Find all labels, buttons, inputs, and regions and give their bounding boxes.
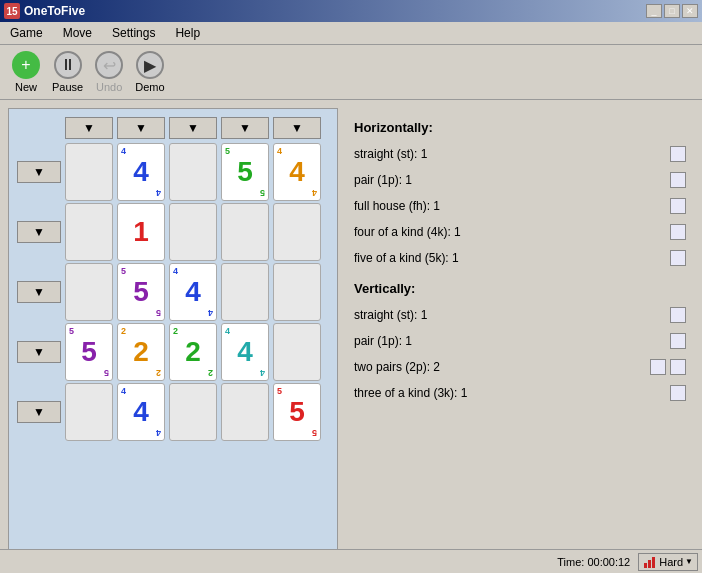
game-rows: ▼444555444▼1▼555444▼555222222444▼444555 [17,143,329,441]
menu-settings[interactable]: Settings [106,24,161,42]
card-3-0[interactable]: 555 [65,323,113,381]
score-label-v0: straight (st): 1 [354,308,666,322]
demo-button[interactable]: ▶ Demo [131,49,168,95]
score-label-h2: full house (fh): 1 [354,199,666,213]
app-icon: 15 [4,3,20,19]
col-header-4[interactable]: ▼ [273,117,321,139]
score-label-v2: two pairs (2p): 2 [354,360,646,374]
row-header-3[interactable]: ▼ [17,341,61,363]
game-row-0: ▼444555444 [17,143,329,201]
score-checkbox-v3[interactable] [670,385,686,401]
score-checkbox-v0[interactable] [670,307,686,323]
row-header-0[interactable]: ▼ [17,161,61,183]
score-row-v2: two pairs (2p): 2 [354,356,686,378]
time-value: 00:00:12 [587,556,630,568]
score-checkbox-h1[interactable] [670,172,686,188]
score-row-v0: straight (st): 1 [354,304,686,326]
card-2-1[interactable]: 555 [117,263,165,321]
card-3-4[interactable] [273,323,321,381]
card-2-3[interactable] [221,263,269,321]
new-button[interactable]: + New [8,49,44,95]
col-header-1[interactable]: ▼ [117,117,165,139]
status-bar: Time: 00:00:12 Hard ▼ [0,549,702,573]
card-0-3[interactable]: 555 [221,143,269,201]
new-icon: + [12,51,40,79]
card-1-0[interactable] [65,203,113,261]
score-checkbox-h3[interactable] [670,224,686,240]
close-button[interactable]: ✕ [682,4,698,18]
game-row-4: ▼444555 [17,383,329,441]
horizontally-title: Horizontally: [354,120,686,135]
menu-game[interactable]: Game [4,24,49,42]
score-row-v1: pair (1p): 1 [354,330,686,352]
score-checkbox-v2b[interactable] [670,359,686,375]
window-title: OneToFive [24,4,85,18]
score-label-h1: pair (1p): 1 [354,173,666,187]
score-checkbox-h0[interactable] [670,146,686,162]
col-header-3[interactable]: ▼ [221,117,269,139]
card-1-2[interactable] [169,203,217,261]
card-2-0[interactable] [65,263,113,321]
row-header-4[interactable]: ▼ [17,401,61,423]
card-1-1[interactable]: 1 [117,203,165,261]
col-header-0[interactable]: ▼ [65,117,113,139]
card-0-4[interactable]: 444 [273,143,321,201]
pause-label: Pause [52,81,83,93]
card-4-0[interactable] [65,383,113,441]
card-2-4[interactable] [273,263,321,321]
col-headers: ▼ ▼ ▼ ▼ ▼ [65,117,329,139]
pause-icon: ⏸ [54,51,82,79]
score-label-h4: five of a kind (5k): 1 [354,251,666,265]
card-0-0[interactable] [65,143,113,201]
card-4-2[interactable] [169,383,217,441]
score-checkbox-v2a[interactable] [650,359,666,375]
pause-button[interactable]: ⏸ Pause [48,49,87,95]
score-row-h1: pair (1p): 1 [354,169,686,191]
card-4-1[interactable]: 444 [117,383,165,441]
difficulty-button[interactable]: Hard ▼ [638,553,698,571]
toolbar: + New ⏸ Pause ↩ Undo ▶ Demo [0,45,702,100]
card-0-2[interactable] [169,143,217,201]
card-1-4[interactable] [273,203,321,261]
bar-chart-icon [643,555,657,569]
svg-rect-2 [652,557,655,568]
card-1-3[interactable] [221,203,269,261]
card-4-4[interactable]: 555 [273,383,321,441]
col-header-2[interactable]: ▼ [169,117,217,139]
score-checkbox-v1[interactable] [670,333,686,349]
menu-bar: Game Move Settings Help [0,22,702,45]
time-display: Time: 00:00:12 [557,556,630,568]
score-checkbox-h2[interactable] [670,198,686,214]
chevron-down-icon: ▼ [685,557,693,566]
card-3-3[interactable]: 444 [221,323,269,381]
score-label-v3: three of a kind (3k): 1 [354,386,666,400]
demo-label: Demo [135,81,164,93]
card-4-3[interactable] [221,383,269,441]
game-row-2: ▼555444 [17,263,329,321]
difficulty-label: Hard [659,556,683,568]
game-area: ▼ ▼ ▼ ▼ ▼ ▼444555444▼1▼555444▼5552222224… [8,108,338,551]
score-checkbox-h4[interactable] [670,250,686,266]
vertically-title: Vertically: [354,281,686,296]
score-row-v3: three of a kind (3k): 1 [354,382,686,404]
window-controls[interactable]: _ □ ✕ [646,4,698,18]
undo-button[interactable]: ↩ Undo [91,49,127,95]
svg-rect-1 [648,560,651,568]
card-2-2[interactable]: 444 [169,263,217,321]
score-label-v1: pair (1p): 1 [354,334,666,348]
game-row-1: ▼1 [17,203,329,261]
title-bar: 15 OneToFive _ □ ✕ [0,0,702,22]
row-header-1[interactable]: ▼ [17,221,61,243]
row-header-2[interactable]: ▼ [17,281,61,303]
score-label-h3: four of a kind (4k): 1 [354,225,666,239]
maximize-button[interactable]: □ [664,4,680,18]
score-row-h0: straight (st): 1 [354,143,686,165]
card-0-1[interactable]: 444 [117,143,165,201]
minimize-button[interactable]: _ [646,4,662,18]
menu-move[interactable]: Move [57,24,98,42]
score-row-h4: five of a kind (5k): 1 [354,247,686,269]
menu-help[interactable]: Help [169,24,206,42]
card-3-1[interactable]: 222 [117,323,165,381]
card-3-2[interactable]: 222 [169,323,217,381]
main-content: ▼ ▼ ▼ ▼ ▼ ▼444555444▼1▼555444▼5552222224… [0,100,702,559]
